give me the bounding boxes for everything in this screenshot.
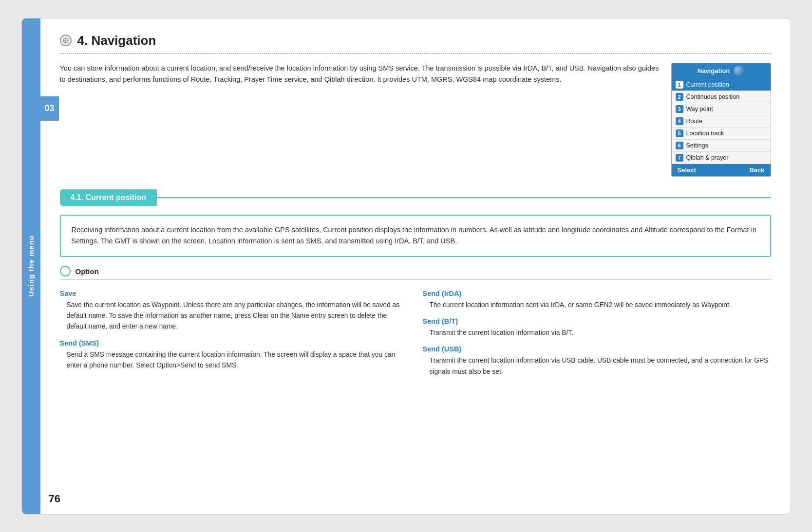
nav-item-num-4: 5 bbox=[676, 129, 683, 137]
nav-item-2[interactable]: 3Way point bbox=[672, 103, 771, 115]
page-number: 76 bbox=[49, 493, 60, 505]
nav-item-label-6: Qiblah & prayer bbox=[686, 154, 729, 161]
page-container: Using the menu 03 4. Navigation You can … bbox=[21, 18, 791, 514]
nav-icon bbox=[60, 35, 72, 46]
side-tab-label: Using the menu bbox=[27, 235, 35, 297]
nav-item-3[interactable]: 4Route bbox=[672, 115, 771, 128]
section-header: 4. Navigation bbox=[60, 33, 771, 54]
option-header: Option bbox=[60, 266, 771, 280]
nav-item-label-1: Continuous position bbox=[686, 93, 740, 100]
nav-item-num-2: 3 bbox=[676, 105, 683, 113]
nav-item-num-3: 4 bbox=[676, 117, 683, 125]
option-sms-text: Send a SMS message containing the curren… bbox=[60, 349, 408, 371]
options-grid: Save Save the current location as Waypoi… bbox=[60, 283, 771, 377]
nav-item-label-5: Settings bbox=[686, 142, 708, 149]
nav-item-5[interactable]: 6Settings bbox=[672, 140, 771, 152]
subsection-header-wrap: 4.1. Current position bbox=[60, 189, 771, 206]
option-sms-title: Send (SMS) bbox=[60, 339, 408, 347]
option-section: Option Save Save the current location as… bbox=[60, 266, 771, 377]
option-save-title: Save bbox=[60, 290, 408, 297]
intro-area: You can store information about a curren… bbox=[60, 63, 771, 177]
subsection-description: Receiving information about a current lo… bbox=[60, 215, 771, 257]
nav-item-label-0: Current position bbox=[686, 81, 729, 88]
option-bt-title: Send (B/T) bbox=[423, 317, 771, 325]
nav-item-label-2: Way point bbox=[686, 106, 713, 112]
option-circle-icon bbox=[60, 266, 71, 276]
nav-item-num-6: 7 bbox=[676, 154, 683, 162]
nav-item-num-5: 6 bbox=[676, 142, 683, 149]
nav-item-0[interactable]: 1Current position bbox=[672, 79, 771, 91]
nav-widget-title: Navigation bbox=[698, 67, 730, 74]
option-irda-title: Send (IrDA) bbox=[423, 290, 771, 297]
nav-item-num-1: 2 bbox=[676, 93, 683, 101]
nav-widget-footer: Select Back bbox=[672, 164, 771, 176]
nav-item-label-3: Route bbox=[686, 118, 702, 125]
nav-item-num-0: 1 bbox=[676, 81, 683, 89]
options-col-left: Save Save the current location as Waypoi… bbox=[60, 283, 408, 377]
subsection-title: 4.1. Current position bbox=[60, 189, 157, 206]
option-irda-text: The current location information sent vi… bbox=[423, 300, 771, 311]
side-tab: Using the menu bbox=[22, 18, 40, 514]
nav-item-1[interactable]: 2Continuous position bbox=[672, 91, 771, 103]
option-save-text: Save the current location as Waypoint. U… bbox=[60, 300, 408, 332]
nav-widget-items: 1Current position2Continuous position3Wa… bbox=[672, 79, 771, 164]
nav-item-4[interactable]: 5Location track bbox=[672, 128, 771, 140]
nav-footer-select[interactable]: Select bbox=[678, 166, 696, 174]
nav-item-label-4: Location track bbox=[686, 130, 724, 137]
main-content: 4. Navigation You can store information … bbox=[40, 18, 791, 514]
section-title: 4. Navigation bbox=[77, 33, 156, 48]
option-label: Option bbox=[76, 267, 99, 275]
globe-icon bbox=[734, 66, 744, 76]
nav-widget-header: Navigation bbox=[672, 63, 771, 79]
option-usb-text: Transmit the current location informatio… bbox=[423, 355, 771, 377]
nav-footer-back[interactable]: Back bbox=[749, 166, 764, 174]
intro-text: You can store information about a curren… bbox=[60, 63, 661, 86]
option-bt-text: Transmit the current location informatio… bbox=[423, 328, 771, 338]
subsection-line bbox=[157, 197, 771, 198]
nav-widget: Navigation 1Current position2Continuous … bbox=[671, 63, 771, 177]
nav-item-6[interactable]: 7Qiblah & prayer bbox=[672, 152, 771, 164]
chapter-badge: 03 bbox=[40, 96, 59, 121]
option-usb-title: Send (USB) bbox=[423, 345, 771, 353]
options-col-right: Send (IrDA) The current location informa… bbox=[423, 283, 771, 377]
chapter-number: 03 bbox=[44, 103, 54, 113]
